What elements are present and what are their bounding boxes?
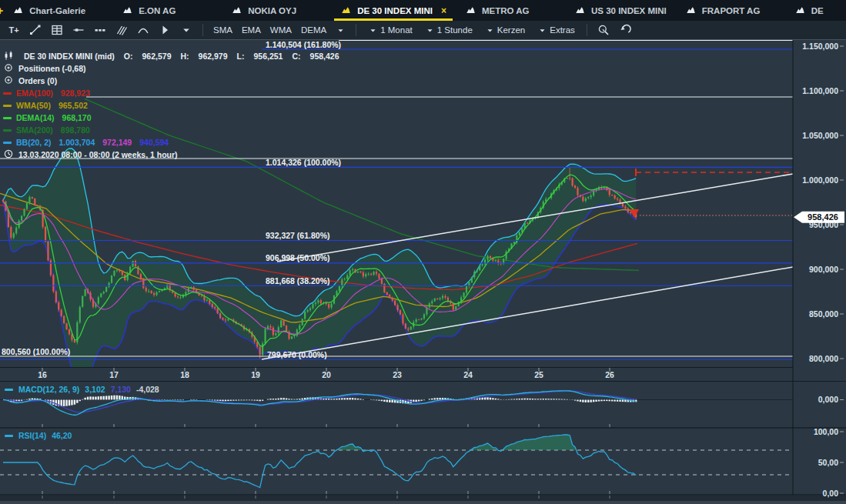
indicator-value: 968,170 bbox=[62, 113, 92, 122]
high-label: H: bbox=[181, 52, 189, 61]
rsi-axis-label: 0,00 bbox=[823, 489, 839, 498]
current-price-value: 958,426 bbox=[808, 212, 838, 222]
close-label: C: bbox=[292, 52, 300, 61]
instrument-name: DE 30 INDEX MINI (mid) bbox=[24, 52, 115, 61]
indicator-swatch-icon bbox=[3, 105, 12, 107]
positions-row[interactable]: Positionen (-0,68) bbox=[3, 62, 344, 75]
rsi-label: RSI(14) bbox=[18, 431, 46, 440]
timespan-label: 13.03.2020 08:00 - 08:00 (2 weeks, 1 hou… bbox=[18, 150, 178, 159]
instrument-row: DE 30 INDEX MINI (mid) O:962,579 H:962,9… bbox=[3, 50, 344, 62]
indicator-row-dema14[interactable]: DEMA(14)968,170 bbox=[3, 112, 344, 124]
price-axis-label: 850,000 bbox=[809, 309, 838, 319]
time-axis-label: 24 bbox=[463, 370, 473, 379]
indicator-row-bb202[interactable]: BB(20, 2)1.003,704972,149940,594 bbox=[3, 136, 344, 149]
time-axis-label: 26 bbox=[605, 370, 614, 379]
indicator-name: DEMA(14) bbox=[16, 113, 55, 122]
price-axis-label: 1.050,000 bbox=[802, 131, 838, 140]
indicator-value: 928,923 bbox=[61, 88, 90, 98]
candlestick-icon bbox=[3, 50, 15, 62]
time-axis-label: 19 bbox=[251, 370, 260, 379]
indicator-swatch-icon bbox=[3, 129, 12, 132]
indicator-value: 1.003,704 bbox=[59, 138, 95, 147]
indicator-name: BB(20, 2) bbox=[16, 138, 52, 147]
indicator-value: 972,149 bbox=[102, 138, 132, 147]
macd-label: MACD(12, 26, 9) bbox=[18, 385, 79, 394]
time-axis-label: 20 bbox=[322, 370, 331, 379]
chart-legend: DE 30 INDEX MINI (mid) O:962,579 H:962,9… bbox=[3, 50, 344, 161]
fib-level-label: 1.140,504 (161.80%) bbox=[266, 40, 341, 49]
candlestick-icon bbox=[3, 50, 15, 63]
radio-icon bbox=[3, 75, 14, 87]
macd-swatch-icon bbox=[5, 389, 13, 391]
low-label: L: bbox=[237, 52, 245, 61]
indicator-name: WMA(50) bbox=[16, 101, 51, 110]
time-axis-label: 18 bbox=[180, 370, 189, 379]
rsi-axis-label: 50,00 bbox=[818, 458, 838, 467]
macd-signal-value: 7,130 bbox=[111, 385, 131, 394]
time-axis-label: 16 bbox=[38, 370, 47, 379]
time-axis-label: 23 bbox=[393, 370, 402, 379]
indicator-swatch-icon bbox=[3, 117, 12, 119]
price-axis-label: 800,000 bbox=[809, 354, 838, 363]
fib-level-label: 932,327 (61.80%) bbox=[266, 231, 329, 240]
indicator-swatch-icon bbox=[3, 92, 12, 95]
timespan-row: 13.03.2020 08:00 - 08:00 (2 weeks, 1 hou… bbox=[3, 149, 344, 161]
indicator-row-ema100[interactable]: EMA(100)928,923 bbox=[3, 87, 344, 99]
macd-hist-value: -4,028 bbox=[136, 385, 159, 394]
rsi-axis-label: 100,00 bbox=[814, 427, 838, 436]
macd-value: 3,102 bbox=[85, 385, 105, 394]
open-label: O: bbox=[124, 52, 133, 61]
indicator-row-sma200[interactable]: SMA(200)898,780 bbox=[3, 124, 344, 136]
fib-level-label: 800,560 (100.00%) bbox=[2, 347, 70, 356]
indicator-name: SMA(200) bbox=[16, 125, 53, 135]
radio-icon bbox=[3, 75, 14, 85]
radio-icon bbox=[3, 62, 14, 75]
positions-label: Positionen (-0,68) bbox=[18, 64, 86, 73]
price-axis-label: 1.150,000 bbox=[802, 42, 838, 51]
high-value: 962,979 bbox=[199, 52, 228, 61]
rsi-legend: RSI(14) 46,20 bbox=[5, 431, 72, 440]
clock-icon bbox=[3, 149, 14, 161]
fib-level-label: 799,670 (0.00%) bbox=[267, 350, 327, 359]
macd-legend: MACD(12, 26, 9) 3,102 7,130 -4,028 bbox=[5, 385, 159, 394]
fib-level-label: 881,668 (38.20%) bbox=[266, 276, 329, 285]
indicator-row-wma50[interactable]: WMA(50)965,502 bbox=[3, 99, 344, 112]
price-axis-label: 1.100,000 bbox=[802, 86, 838, 95]
price-axis-label: 1.000,000 bbox=[802, 175, 838, 185]
price-axis-label: 900,000 bbox=[809, 265, 838, 274]
clock-icon bbox=[3, 149, 14, 159]
open-value: 962,579 bbox=[142, 52, 172, 61]
time-axis-label: 17 bbox=[109, 370, 119, 379]
rsi-value: 46,20 bbox=[52, 431, 72, 440]
rsi-swatch-icon bbox=[5, 435, 13, 437]
indicator-swatch-icon bbox=[3, 142, 12, 144]
indicator-value: 965,502 bbox=[59, 101, 88, 110]
radio-icon bbox=[3, 62, 14, 73]
indicator-value: 940,594 bbox=[139, 138, 169, 147]
trading-workspace: +Chart-GalerieE.ON AGNOKIA OYJDE 30 INDE… bbox=[0, 0, 846, 504]
indicator-value: 898,780 bbox=[61, 125, 90, 135]
indicator-name: EMA(100) bbox=[16, 88, 53, 98]
low-value: 956,251 bbox=[253, 52, 283, 61]
time-axis-label: 25 bbox=[534, 370, 543, 379]
close-value: 958,426 bbox=[310, 52, 339, 61]
orders-row[interactable]: Orders (0) bbox=[3, 75, 344, 87]
macd-axis-label: 0,000 bbox=[818, 395, 838, 404]
orders-label: Orders (0) bbox=[18, 76, 57, 85]
fib-level-label: 906,998 (50.00%) bbox=[266, 253, 329, 262]
indicator-legend-list: EMA(100)928,923WMA(50)965,502DEMA(14)968… bbox=[3, 87, 344, 149]
